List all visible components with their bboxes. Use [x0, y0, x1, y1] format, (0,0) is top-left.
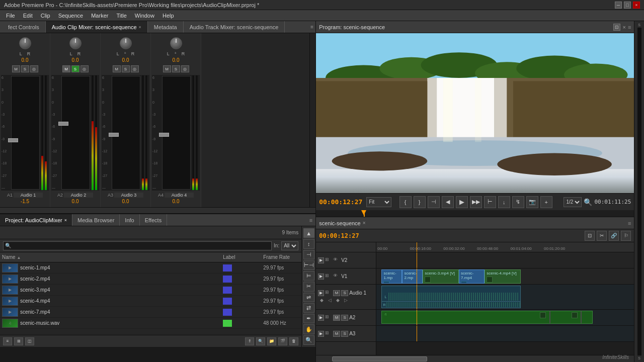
menu-edit[interactable]: Edit — [19, 12, 37, 20]
v2-track[interactable] — [376, 252, 634, 268]
mark-out-btn[interactable]: } — [414, 196, 426, 208]
v2-toggle[interactable]: ▶ — [318, 257, 324, 263]
go-in-btn[interactable]: ⊣ — [428, 196, 440, 208]
monitor-menu[interactable]: ≡ — [628, 24, 631, 30]
tab-media-browser[interactable]: Media Browser — [72, 214, 120, 226]
project-panel-menu[interactable]: ≡ — [306, 217, 315, 223]
channel-3-knob[interactable] — [120, 37, 132, 49]
clip-scenic-3[interactable]: scenic-3.mp4 [V] — [423, 269, 459, 284]
monitor-panel-btn[interactable]: ⊡ — [613, 24, 620, 31]
tab-effects[interactable]: Effects — [140, 214, 167, 226]
channel-1-label-input[interactable] — [14, 193, 43, 198]
clip-scenic-1[interactable]: scenic-1.mp — [381, 269, 402, 284]
a1-add-kf[interactable]: ◆ — [336, 298, 343, 305]
tab-info[interactable]: Info — [120, 214, 139, 226]
mark-in-btn[interactable]: { — [399, 196, 412, 208]
a1-r-channel[interactable]: R — [381, 301, 521, 308]
tool-razor[interactable]: ✂ — [303, 282, 314, 291]
a2-music-clip[interactable]: ♫ — [381, 311, 593, 324]
play-stop-btn[interactable]: ▶ — [456, 196, 468, 208]
insert-btn[interactable]: ↓ — [498, 196, 510, 208]
a1-s-btn[interactable]: S — [341, 290, 348, 296]
tool-zoom[interactable]: 🔍 — [303, 335, 314, 345]
channel-1-m-btn[interactable]: M — [12, 65, 20, 72]
channel-3-fader[interactable] — [109, 133, 119, 137]
v2-eye-icon[interactable]: 👁 — [333, 257, 340, 264]
col-label-header[interactable]: Label — [221, 254, 261, 260]
menu-help[interactable]: Help — [158, 12, 178, 20]
a3-track[interactable] — [376, 326, 634, 342]
channel-3-label-input[interactable] — [114, 193, 143, 198]
fit-selector[interactable]: Fit 25% 50% 100% — [366, 197, 391, 207]
scroll-thumb[interactable] — [332, 356, 428, 361]
tab-audio-clip-mixer-close[interactable]: × — [139, 25, 141, 30]
timeline-menu[interactable]: ≡ — [628, 220, 631, 226]
panel-menu-icon[interactable]: ≡ — [310, 24, 313, 30]
channel-4-m-btn[interactable]: M — [163, 65, 171, 72]
tool-rate[interactable]: ⊨ — [303, 271, 314, 281]
tab-project-close[interactable]: × — [64, 218, 67, 223]
list-item[interactable]: ▶ scenic-3.mp4 29.97 fps — [0, 285, 301, 296]
a1-prev-kf[interactable]: ◁ — [328, 298, 335, 305]
list-view-btn[interactable]: ≡ — [3, 337, 12, 345]
freeform-view-btn[interactable]: ◫ — [25, 337, 34, 345]
list-item[interactable]: ▶ scenic-2.mp4 29.97 fps — [0, 274, 301, 285]
a2-m-btn[interactable]: M — [333, 315, 340, 321]
menu-clip[interactable]: Clip — [37, 12, 54, 20]
a1-keyframe-icon[interactable]: ◆ — [320, 298, 327, 305]
close-btn[interactable]: × — [633, 2, 640, 9]
search-input[interactable] — [13, 241, 271, 250]
tl-btn-markers[interactable]: ⚐ — [621, 231, 631, 241]
mixer-scrollbar[interactable] — [309, 33, 315, 207]
channel-1-o-btn[interactable]: ◎ — [30, 65, 38, 72]
v2-sync-icon[interactable]: ⊞ — [325, 257, 332, 264]
channel-4-fader[interactable] — [159, 133, 169, 137]
a2-sync-icon[interactable]: ⊞ — [325, 314, 332, 321]
monitor-close-btn[interactable]: × — [622, 24, 625, 30]
channel-2-fader[interactable] — [58, 122, 68, 126]
clip-scenic-2[interactable]: scenic-2.mp — [402, 269, 423, 284]
tool-slip[interactable]: ⇌ — [303, 293, 314, 302]
a2-s-btn[interactable]: S — [341, 315, 348, 321]
channel-1-s-btn[interactable]: S — [21, 65, 29, 72]
a1-track[interactable]: L R — [376, 285, 634, 310]
v1-eye-icon[interactable]: 👁 — [333, 273, 340, 280]
go-out-btn[interactable]: ⊢ — [484, 196, 496, 208]
tool-track-select[interactable]: ↕ — [303, 239, 314, 248]
col-framerate-header[interactable]: Frame Rate — [261, 254, 301, 260]
export-frame-btn[interactable]: 📷 — [526, 196, 538, 208]
channel-4-label-input[interactable] — [165, 193, 194, 198]
step-back-btn[interactable]: ◀ — [442, 196, 454, 208]
a1-sync-icon[interactable]: ⊞ — [325, 290, 332, 297]
timeline-close-btn[interactable]: × — [363, 220, 366, 226]
channel-2-label-input[interactable] — [64, 193, 93, 198]
tab-audio-track-mixer[interactable]: Audio Track Mixer: scenic-sequence — [184, 21, 285, 33]
v1-toggle[interactable]: ▶ — [318, 274, 324, 280]
automate-btn[interactable]: ⇑ — [245, 337, 254, 345]
tool-hand[interactable]: ✋ — [303, 324, 314, 334]
clip-scenic-7[interactable]: scenic-7.mp4 — [459, 269, 485, 284]
a1-next-kf[interactable]: ▷ — [344, 298, 351, 305]
tl-btn-ripple[interactable]: ✂ — [597, 231, 607, 241]
tab-metadata[interactable]: Metadata — [148, 21, 184, 33]
tool-ripple[interactable]: ⊣ — [303, 250, 314, 259]
a2-track[interactable]: ♫ — [376, 310, 634, 326]
list-item[interactable]: ♫ scenic-music.wav 48 000 Hz — [0, 318, 301, 329]
channel-3-m-btn[interactable]: M — [113, 65, 121, 72]
tab-effect-controls[interactable]: fect Controls — [2, 21, 46, 33]
add-btn[interactable]: + — [540, 196, 552, 208]
in-select[interactable]: All — [281, 241, 298, 250]
a3-toggle[interactable]: ▶ — [318, 331, 324, 337]
maximize-btn[interactable]: □ — [624, 2, 631, 9]
menu-sequence[interactable]: Sequence — [54, 12, 88, 20]
tab-project[interactable]: Project: AudioClipMixer × — [0, 214, 72, 226]
menu-title[interactable]: Title — [112, 12, 130, 20]
minimize-btn[interactable]: ─ — [615, 2, 622, 9]
channel-2-knob[interactable] — [69, 37, 82, 49]
channel-3-s-btn[interactable]: S — [122, 65, 130, 72]
new-item-btn[interactable]: 🎬 — [278, 337, 287, 345]
col-name-header[interactable]: Name ▲ — [0, 254, 221, 260]
channel-2-s-btn[interactable]: S — [71, 65, 79, 72]
clip-scenic-4[interactable]: scenic-4.mp4 [V] — [485, 269, 521, 284]
v1-sync-icon[interactable]: ⊞ — [325, 273, 332, 280]
